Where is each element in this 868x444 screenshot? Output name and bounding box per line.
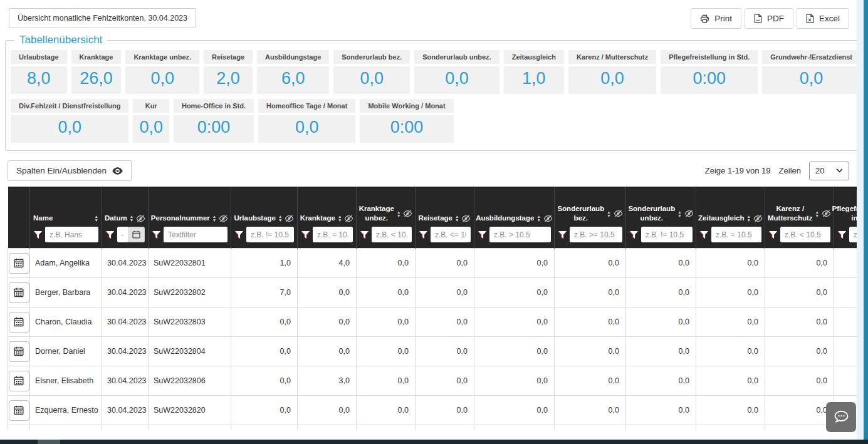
row-calendar-button[interactable] (9, 253, 29, 274)
sort-icon[interactable]: ▲▼ (455, 215, 459, 222)
card-value: 2,0 (204, 66, 253, 94)
sort-icon[interactable]: ▲▼ (536, 215, 540, 222)
value-cell: 1,0 (231, 249, 298, 278)
calendar-button[interactable] (128, 227, 145, 242)
card-label: Home-Office in Std. (174, 99, 254, 113)
filter-input[interactable] (641, 227, 693, 242)
value-cell: 0,0 (357, 366, 416, 396)
filter-input[interactable] (489, 227, 551, 242)
sort-icon[interactable]: ▲▼ (815, 210, 819, 217)
value-cell: 0,0 (474, 249, 555, 278)
column-label: Reisetage (419, 214, 452, 223)
sort-icon[interactable]: ▲▼ (212, 215, 216, 222)
date-filter-input[interactable] (117, 227, 128, 242)
empty-cell (8, 425, 30, 430)
print-button[interactable]: Print (691, 8, 741, 29)
page-size-select[interactable]: 20 (809, 162, 849, 180)
overview-card: Pflegefreistellung in Std.0:00 (661, 50, 758, 94)
eye-slash-icon[interactable] (543, 215, 553, 222)
filter-input[interactable] (313, 227, 353, 242)
eye-slash-icon[interactable] (344, 215, 353, 222)
filter-input[interactable] (570, 227, 622, 242)
row-action-filter-cell (8, 227, 30, 249)
filter-input[interactable] (372, 227, 412, 242)
overview-card: Grundwehr-/Ersatzdienst0,0 (762, 50, 860, 94)
feedback-chat-button[interactable] (826, 402, 856, 432)
sort-icon[interactable]: ▲▼ (397, 210, 400, 217)
value-cell: 0,0 (626, 307, 696, 337)
empty-cell (416, 425, 474, 430)
filter-input[interactable] (780, 227, 830, 242)
value-cell: 0,0 (416, 249, 474, 278)
eye-slash-icon[interactable] (614, 210, 623, 217)
filter-input[interactable] (164, 227, 227, 242)
card-label: Grundwehr-/Ersatzdienst (762, 50, 860, 64)
filter-funnel-icon (558, 230, 567, 239)
overview-card: Urlaubstage8,0 (11, 50, 67, 94)
card-value: 0,0 (11, 115, 128, 143)
pdf-button[interactable]: PDF (745, 8, 793, 29)
sort-icon[interactable]: ▲▼ (338, 215, 342, 222)
eye-slash-icon[interactable] (403, 210, 412, 217)
eye-slash-icon[interactable] (136, 215, 145, 222)
column-header-5: Kranktage▲▼ (298, 187, 357, 227)
columns-toggle-button[interactable]: Spalten Ein/Ausblenden (8, 160, 132, 181)
sort-icon[interactable]: ▲▼ (130, 215, 133, 222)
filter-funnel-icon (360, 230, 369, 239)
table-row-partial (8, 425, 858, 430)
sort-icon[interactable]: ▲▼ (607, 210, 610, 217)
value-cell: 0,0 (474, 366, 555, 396)
row-calendar-button[interactable] (9, 341, 29, 362)
horizontal-scrollbar-thumb[interactable] (38, 440, 60, 444)
eye-slash-icon[interactable] (684, 210, 694, 217)
report-title-box[interactable]: Übersicht monatliche Fehlzeitkonten, 30.… (9, 8, 196, 28)
filter-cell-1 (30, 227, 102, 249)
empty-cell (626, 425, 696, 430)
card-label: Mobile Working / Monat (360, 99, 453, 113)
row-calendar-button[interactable] (9, 371, 29, 391)
value-cell: 0,0 (765, 366, 834, 396)
vertical-scrollbar-thumb[interactable] (864, 0, 868, 444)
column-header-cell: Karenz / Mutterschutz▲▼ (768, 204, 830, 223)
horizontal-scrollbar-track (0, 440, 868, 444)
sort-icon[interactable]: ▲▼ (677, 210, 681, 217)
eye-slash-icon[interactable] (285, 215, 294, 222)
row-calendar-button[interactable] (9, 282, 29, 303)
empty-cell (474, 425, 555, 430)
column-header-9: Sonderurlaub bez.▲▼ (555, 187, 626, 227)
filter-input[interactable] (431, 227, 471, 242)
filter-input[interactable] (45, 227, 98, 242)
eye-slash-icon[interactable] (753, 215, 763, 222)
filter-input[interactable] (246, 227, 294, 242)
card-value: 0,0 (568, 66, 656, 94)
excel-button[interactable]: Excel (797, 8, 849, 29)
value-cell (834, 278, 858, 307)
row-calendar-button[interactable] (9, 400, 29, 421)
card-label: Div.Fehlzeit / Dienstfreistellung (11, 99, 128, 113)
sort-icon[interactable]: ▲▼ (278, 215, 282, 222)
filter-cell-8 (474, 227, 555, 249)
card-label: Zeitausgleich (504, 50, 564, 64)
column-header-cell: Kranktage▲▼ (301, 214, 353, 223)
eye-slash-icon[interactable] (822, 210, 831, 217)
column-header-cell: Ausbildungstage▲▼ (478, 214, 551, 223)
overview-card: Div.Fehlzeit / Dienstfreistellung0,0 (11, 99, 128, 143)
overview-card: Kur0,0 (133, 99, 169, 143)
value-cell: 0,0 (416, 366, 474, 396)
eye-slash-icon[interactable] (219, 215, 228, 222)
row-calendar-button[interactable] (9, 312, 29, 333)
value-cell (834, 249, 858, 278)
date-cell: 30.04.2023 (102, 396, 149, 425)
value-cell: 0,0 (416, 337, 474, 366)
eye-slash-icon[interactable] (461, 215, 471, 222)
card-value: 0,0 (333, 66, 410, 94)
value-cell: 0,0 (555, 366, 626, 396)
column-label: Sonderurlaub bez. (557, 204, 604, 223)
filter-input[interactable] (711, 227, 761, 242)
sort-icon[interactable]: ▲▼ (747, 215, 751, 222)
table-overview-legend: Tabellenübersicht (14, 34, 107, 46)
sort-icon[interactable]: ▲▼ (95, 215, 98, 222)
value-cell: 0,0 (696, 307, 765, 337)
value-cell: 0,0 (555, 278, 626, 307)
value-cell: 0,0 (298, 278, 357, 307)
